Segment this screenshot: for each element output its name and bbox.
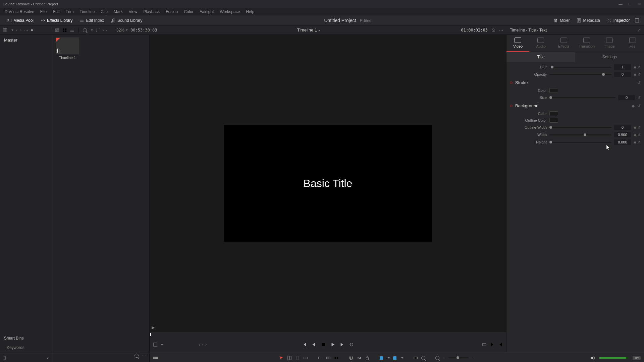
prev-edit-icon[interactable]: ‹ [199, 342, 200, 347]
loop-icon[interactable] [349, 342, 354, 347]
search-icon[interactable] [135, 354, 139, 358]
keywords-bin[interactable]: Keywords [0, 343, 52, 352]
more-icon[interactable]: ⋯ [103, 28, 107, 33]
inspector-tab-transition[interactable]: Transition [575, 35, 598, 52]
expand-button[interactable] [633, 17, 641, 24]
zoom-out-icon[interactable]: − [443, 356, 445, 360]
menu-file[interactable]: File [38, 9, 49, 15]
menu-help[interactable]: Help [243, 9, 257, 15]
step-back-icon[interactable] [312, 342, 316, 347]
viewer-canvas[interactable]: Basic Title ▶| [150, 35, 506, 332]
opacity-slider[interactable] [549, 74, 611, 75]
flag-icon[interactable] [380, 356, 383, 360]
reset-icon[interactable]: ↺ [638, 133, 641, 137]
media-pool-button[interactable]: Media Pool [3, 17, 37, 24]
dim-button[interactable]: DIM [633, 356, 641, 360]
effects-library-button[interactable]: Effects Library [37, 17, 76, 24]
zoom-icon[interactable] [435, 356, 439, 360]
menu-trim[interactable]: Trim [63, 9, 76, 15]
timeline-thumb[interactable]: Timeline 1 [55, 38, 80, 60]
inspector-tab-effects[interactable]: Effects [552, 35, 575, 52]
width-slider[interactable] [549, 134, 611, 135]
match-frame-icon[interactable] [482, 342, 487, 347]
height-value[interactable]: 0.000 [614, 139, 631, 145]
outline-color-swatch[interactable] [549, 118, 558, 123]
flag-dropdown[interactable] [386, 356, 390, 360]
reset-icon[interactable]: ↺ [638, 125, 641, 130]
minimize-icon[interactable]: — [619, 2, 623, 6]
list-view-icon[interactable] [55, 28, 60, 33]
sort-icon[interactable] [96, 28, 100, 33]
selection-tool-icon[interactable] [279, 356, 284, 360]
blur-slider[interactable] [549, 67, 611, 68]
next-clip-icon[interactable] [490, 342, 495, 347]
zoom-slider[interactable] [448, 357, 469, 358]
keyframe-icon[interactable]: ◆ [634, 133, 636, 137]
marker-icon[interactable] [393, 356, 396, 360]
metadata-button[interactable]: Metadata [573, 17, 603, 24]
insert-icon[interactable] [318, 356, 323, 360]
menu-color[interactable]: Color [181, 9, 196, 15]
menu-fusion[interactable]: Fusion [163, 9, 180, 15]
bg-enable-dot[interactable] [510, 105, 513, 107]
nav-back-icon[interactable]: ‹ [16, 28, 17, 33]
bg-color-swatch[interactable] [549, 111, 558, 116]
link-icon[interactable] [357, 356, 362, 360]
outline-width-slider[interactable] [549, 127, 611, 128]
keyframe-icon[interactable]: ◆ [634, 140, 636, 144]
timeline-name[interactable]: Timeline 1 [297, 27, 320, 33]
strip-view-icon[interactable] [70, 28, 74, 33]
bg-keyframe-icon[interactable]: ◆ [632, 104, 635, 108]
blur-value[interactable]: 1 [614, 64, 631, 70]
bg-reset-icon[interactable]: ↺ [637, 104, 641, 108]
toolbox-layout-icon[interactable] [3, 356, 8, 360]
zoom-to-fit-icon[interactable] [421, 356, 425, 360]
keyframe-icon[interactable]: ◆ [634, 65, 636, 69]
bin-dropdown[interactable] [10, 28, 13, 33]
search-dropdown[interactable] [90, 28, 93, 33]
prev-clip-icon[interactable] [498, 342, 503, 347]
replace-icon[interactable] [334, 356, 339, 360]
smart-bins-header[interactable]: Smart Bins [0, 333, 52, 343]
reset-icon[interactable]: ↺ [638, 72, 641, 77]
stroke-enable-dot[interactable] [510, 81, 513, 84]
timeline-view-icon[interactable] [153, 355, 158, 361]
stroke-size-slider[interactable] [549, 97, 615, 98]
stroke-color-swatch[interactable] [549, 88, 558, 93]
bin-view-icon[interactable] [3, 28, 7, 33]
overwrite-icon[interactable] [326, 356, 331, 360]
trim-tool-icon[interactable] [287, 356, 292, 360]
master-bin[interactable]: Master [0, 35, 52, 45]
list-more-icon[interactable]: ⋯ [142, 354, 146, 358]
breadcrumb-dots[interactable]: ⋯ [24, 28, 28, 33]
outline-width-value[interactable]: 0 [614, 125, 631, 130]
zoom-dropdown[interactable]: 32% [116, 28, 128, 33]
subtab-settings[interactable]: Settings [575, 52, 644, 62]
inspector-tab-video[interactable]: Video [506, 35, 529, 52]
nav-fwd-icon[interactable]: › [20, 28, 21, 33]
go-start-icon[interactable] [302, 342, 307, 347]
sound-library-button[interactable]: Sound Library [107, 17, 146, 24]
stroke-reset-icon[interactable]: ↺ [637, 80, 641, 85]
height-slider[interactable] [549, 142, 611, 143]
edit-index-button[interactable]: Edit Index [76, 17, 107, 24]
snap-icon[interactable] [349, 356, 354, 360]
viewer-scrubber[interactable] [150, 332, 506, 337]
zoom-in-icon[interactable]: + [472, 356, 474, 360]
close-icon[interactable]: ✕ [637, 2, 641, 6]
dynamic-trim-icon[interactable] [295, 356, 300, 360]
volume-icon[interactable] [590, 355, 596, 361]
menu-mark[interactable]: Mark [111, 9, 125, 15]
menu-davinci[interactable]: DaVinci Resolve [2, 9, 37, 15]
width-value[interactable]: 0.900 [614, 132, 631, 137]
reset-icon[interactable]: ↺ [638, 65, 641, 69]
inspector-tab-image[interactable]: Image [598, 35, 621, 52]
inspector-expand-icon[interactable]: ⤢ [637, 28, 641, 33]
menu-timeline[interactable]: Timeline [77, 9, 97, 15]
maximize-icon[interactable]: ☐ [628, 2, 632, 6]
next-edit-icon[interactable]: › [205, 342, 207, 347]
stroke-size-value[interactable]: 0 [618, 95, 635, 100]
opacity-value[interactable]: 0 [614, 72, 631, 77]
menu-clip[interactable]: Clip [98, 9, 110, 15]
lock-icon[interactable] [365, 356, 370, 360]
